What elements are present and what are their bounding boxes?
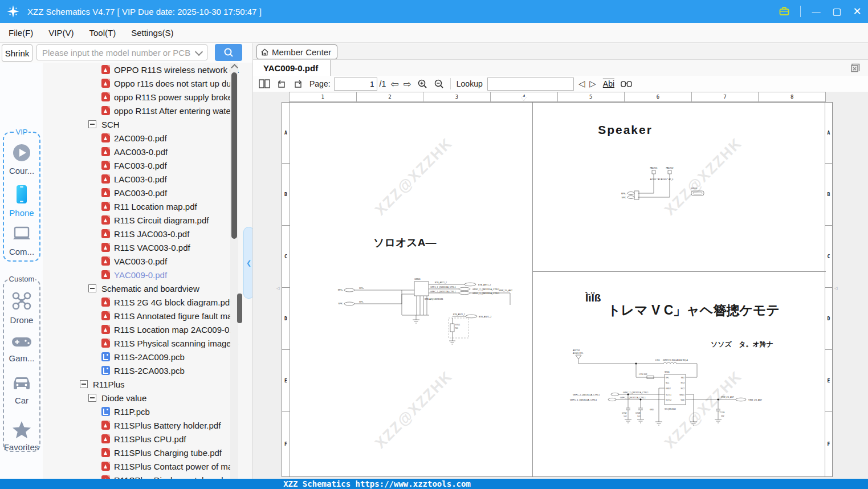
pdf-viewport[interactable]: 12345678 ◁ ◁ ABCDEF ABCDEF XZZ@XZZHK XZZ…: [253, 92, 868, 479]
rotate-left-icon[interactable]: [276, 79, 287, 89]
tree-item-label: FAC003-0.pdf: [114, 161, 167, 170]
close-button[interactable]: ✕: [852, 5, 862, 18]
menu-file[interactable]: File(F): [9, 28, 33, 38]
component-value: LY10 102: [639, 373, 647, 376]
net-label: GRFC_1_QM13111A_CTRL1: [620, 397, 646, 399]
tree-file[interactable]: R11SPlus CPU.pdf: [43, 432, 252, 446]
sidebar-item-drone[interactable]: Drone: [4, 291, 39, 325]
sidebar-item-phone[interactable]: Phone: [4, 184, 39, 218]
sidebar-item-label: Drone: [4, 315, 39, 325]
pdf-file-icon: [101, 188, 110, 197]
tree-item-label: oppo R11S power supply broke: [114, 92, 233, 102]
pdf-file-icon: [101, 161, 110, 170]
watermark: XZZ@XZZHK: [372, 368, 456, 452]
shrink-button[interactable]: Shrink: [2, 44, 32, 62]
tree-file[interactable]: AAC003-0.pdf: [43, 145, 252, 158]
member-center-button[interactable]: Member Center: [256, 44, 337, 59]
tree-file[interactable]: R11S-2CA003.pcb: [43, 364, 252, 377]
net-label: GRFC_2_QM13111A_CTRL1: [472, 288, 499, 291]
panel-scrollbar-thumb[interactable]: [237, 294, 242, 323]
tree-file[interactable]: 2AC009-0.pdf: [43, 131, 252, 145]
tree-file[interactable]: FAC003-0.pdf: [43, 158, 252, 172]
close-all-tabs-icon[interactable]: [850, 62, 861, 74]
scroll-up-icon[interactable]: [231, 64, 238, 71]
tree-file[interactable]: oppo R11S power supply broke: [43, 90, 252, 104]
tree-file[interactable]: oppo R11st After entering wate: [43, 104, 252, 117]
custom-group-label: Custom: [8, 275, 36, 283]
sidebar-item-car[interactable]: Car: [4, 374, 39, 405]
model-search-input[interactable]: [36, 44, 207, 60]
sidebar-item-computer[interactable]: Com...: [4, 225, 39, 256]
tree-file[interactable]: R11 Location map.pdf: [43, 199, 252, 213]
next-page-icon[interactable]: ⇨: [404, 78, 411, 90]
tree-file[interactable]: R11S JAC003-0.pdf: [43, 227, 252, 241]
search-button[interactable]: [215, 44, 242, 61]
category-rail: VIP Cour... Phone: [0, 63, 43, 479]
net-label: VSW_2G_ANT: [499, 290, 513, 292]
tree-item-label: R11S Annotated figure fault ma: [114, 311, 232, 321]
sidebar-item-label: Com...: [4, 247, 39, 256]
tree-file[interactable]: OPPO R11S wireless network ca: [43, 63, 252, 76]
vip-briefcase-icon[interactable]: [779, 6, 790, 17]
menu-tool[interactable]: Tool(T): [89, 28, 116, 38]
sidebar-item-game[interactable]: Gam...: [4, 334, 39, 363]
antenna-heading: ÌìÏß: [585, 292, 601, 304]
collapse-minus-icon[interactable]: [80, 380, 88, 388]
tree-file[interactable]: R11S Physical scanning image.p: [43, 336, 252, 350]
tree-scrollbar-track[interactable]: [230, 63, 238, 479]
component-ref: PAD701: [650, 167, 657, 169]
find-prev-icon[interactable]: ◁: [578, 79, 585, 89]
tree-file[interactable]: R11SPlus Charging tube.pdf: [43, 446, 252, 459]
zoom-out-icon[interactable]: [433, 78, 445, 89]
tree-file[interactable]: R11SPlus Discharge tube.pd: [43, 473, 252, 479]
tree-file[interactable]: R11S VAC003-0.pdf: [43, 241, 252, 254]
tree-file[interactable]: YAC009-0.pdf: [43, 268, 252, 282]
net-label: SPK+: [359, 287, 364, 290]
component-value: NC: [455, 327, 458, 329]
tab-yac009[interactable]: YAC009-0.pdf: [253, 60, 331, 76]
tree-file[interactable]: R11S-2AC009.pcb: [43, 350, 252, 364]
page-number-input[interactable]: [334, 78, 377, 91]
rotate-right-icon[interactable]: [292, 79, 304, 89]
find-next-icon[interactable]: ▷: [589, 79, 596, 89]
tree-file[interactable]: R11S Location map 2AC009-0.p: [43, 323, 252, 336]
car-icon: [10, 374, 33, 392]
lookup-input[interactable]: [487, 78, 574, 91]
sidebar-item-favorites[interactable]: Favorites: [0, 421, 43, 452]
tree-file[interactable]: PAC003-0.pdf: [43, 186, 252, 199]
two-page-view-icon[interactable]: [258, 79, 271, 89]
tree-file[interactable]: R11S Annotated figure fault ma: [43, 309, 252, 323]
prev-page-icon[interactable]: ⇦: [390, 78, 398, 90]
component-value: 102: [624, 415, 627, 418]
tree-file[interactable]: R11SPlus Battery holder.pdf: [43, 418, 252, 432]
collapse-minus-icon[interactable]: [88, 284, 96, 292]
collapse-minus-icon[interactable]: [88, 120, 96, 128]
tree-node[interactable]: Schematic and boardview: [43, 282, 252, 295]
tree-item-label: Schematic and boardview: [101, 284, 199, 294]
zoom-in-icon[interactable]: [417, 78, 428, 89]
tree-file[interactable]: R11P.pcb: [43, 405, 252, 418]
schematic-page[interactable]: ABCDEF ABCDEF XZZ@XZZHK XZZ@XZZHK XZZ@XZ…: [282, 102, 833, 477]
tree-file[interactable]: R11S Circuit diagram.pdf: [43, 213, 252, 227]
tree-node[interactable]: SCH: [43, 117, 252, 131]
tree-node[interactable]: Diode value: [43, 391, 252, 405]
component-ref: ANT701: [573, 349, 580, 352]
binoculars-icon[interactable]: [620, 79, 633, 89]
tree-node[interactable]: R11Plus: [43, 377, 252, 391]
tree-item-label: AAC003-0.pdf: [114, 147, 168, 157]
tree-file[interactable]: LAC003-0.pdf: [43, 172, 252, 186]
antenna-title: トレマ V C」ャヘ簪摠ケモテ: [608, 303, 780, 317]
match-case-icon[interactable]: Abi: [603, 79, 614, 88]
tree-file[interactable]: R11SPlus Contact power of mai: [43, 459, 252, 473]
maximize-button[interactable]: ▢: [832, 6, 842, 18]
tree-scrollbar-thumb[interactable]: [231, 72, 237, 239]
minimize-button[interactable]: —: [811, 7, 821, 17]
menu-settings[interactable]: Settings(S): [131, 28, 173, 38]
component-ref: R701: [455, 324, 460, 326]
sidebar-item-course[interactable]: Cour...: [4, 143, 39, 176]
collapse-minus-icon[interactable]: [88, 394, 96, 402]
tree-file[interactable]: R11S 2G 4G block diagram.pdf: [43, 295, 252, 309]
menu-vip[interactable]: VIP(V): [48, 28, 74, 38]
tree-file[interactable]: VAC003-0.pdf: [43, 254, 252, 268]
tree-file[interactable]: Oppo r11s does not start up du: [43, 76, 252, 90]
